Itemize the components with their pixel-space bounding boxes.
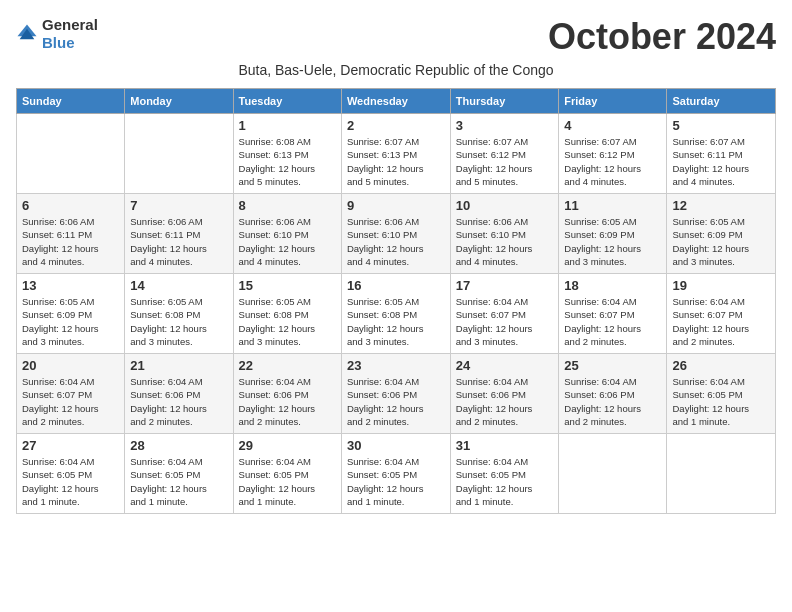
calendar-cell: 26Sunrise: 6:04 AM Sunset: 6:05 PM Dayli… — [667, 354, 776, 434]
logo-text: General Blue — [42, 16, 98, 52]
day-number: 9 — [347, 198, 445, 213]
calendar-cell: 17Sunrise: 6:04 AM Sunset: 6:07 PM Dayli… — [450, 274, 559, 354]
calendar-cell: 29Sunrise: 6:04 AM Sunset: 6:05 PM Dayli… — [233, 434, 341, 514]
calendar-cell: 15Sunrise: 6:05 AM Sunset: 6:08 PM Dayli… — [233, 274, 341, 354]
day-info: Sunrise: 6:05 AM Sunset: 6:09 PM Dayligh… — [564, 215, 661, 268]
day-number: 3 — [456, 118, 554, 133]
day-number: 7 — [130, 198, 227, 213]
day-number: 29 — [239, 438, 336, 453]
calendar-cell: 5Sunrise: 6:07 AM Sunset: 6:11 PM Daylig… — [667, 114, 776, 194]
calendar-week-row: 6Sunrise: 6:06 AM Sunset: 6:11 PM Daylig… — [17, 194, 776, 274]
calendar-header-row: SundayMondayTuesdayWednesdayThursdayFrid… — [17, 89, 776, 114]
day-number: 4 — [564, 118, 661, 133]
day-info: Sunrise: 6:04 AM Sunset: 6:07 PM Dayligh… — [22, 375, 119, 428]
calendar-cell — [125, 114, 233, 194]
day-number: 23 — [347, 358, 445, 373]
day-info: Sunrise: 6:07 AM Sunset: 6:12 PM Dayligh… — [564, 135, 661, 188]
day-header-saturday: Saturday — [667, 89, 776, 114]
day-info: Sunrise: 6:04 AM Sunset: 6:07 PM Dayligh… — [456, 295, 554, 348]
calendar-cell: 30Sunrise: 6:04 AM Sunset: 6:05 PM Dayli… — [341, 434, 450, 514]
calendar-cell: 27Sunrise: 6:04 AM Sunset: 6:05 PM Dayli… — [17, 434, 125, 514]
calendar-cell: 19Sunrise: 6:04 AM Sunset: 6:07 PM Dayli… — [667, 274, 776, 354]
day-info: Sunrise: 6:05 AM Sunset: 6:09 PM Dayligh… — [22, 295, 119, 348]
day-info: Sunrise: 6:04 AM Sunset: 6:06 PM Dayligh… — [239, 375, 336, 428]
day-header-wednesday: Wednesday — [341, 89, 450, 114]
header: General Blue October 2024 — [16, 16, 776, 58]
calendar-cell: 21Sunrise: 6:04 AM Sunset: 6:06 PM Dayli… — [125, 354, 233, 434]
calendar-cell: 11Sunrise: 6:05 AM Sunset: 6:09 PM Dayli… — [559, 194, 667, 274]
calendar-cell: 1Sunrise: 6:08 AM Sunset: 6:13 PM Daylig… — [233, 114, 341, 194]
day-info: Sunrise: 6:04 AM Sunset: 6:05 PM Dayligh… — [239, 455, 336, 508]
day-info: Sunrise: 6:04 AM Sunset: 6:07 PM Dayligh… — [564, 295, 661, 348]
day-info: Sunrise: 6:05 AM Sunset: 6:08 PM Dayligh… — [239, 295, 336, 348]
day-info: Sunrise: 6:04 AM Sunset: 6:06 PM Dayligh… — [564, 375, 661, 428]
day-info: Sunrise: 6:04 AM Sunset: 6:06 PM Dayligh… — [347, 375, 445, 428]
day-number: 22 — [239, 358, 336, 373]
day-info: Sunrise: 6:07 AM Sunset: 6:12 PM Dayligh… — [456, 135, 554, 188]
calendar-cell — [17, 114, 125, 194]
calendar-cell — [559, 434, 667, 514]
day-number: 25 — [564, 358, 661, 373]
calendar-cell: 4Sunrise: 6:07 AM Sunset: 6:12 PM Daylig… — [559, 114, 667, 194]
calendar-cell: 12Sunrise: 6:05 AM Sunset: 6:09 PM Dayli… — [667, 194, 776, 274]
day-info: Sunrise: 6:04 AM Sunset: 6:05 PM Dayligh… — [130, 455, 227, 508]
day-number: 6 — [22, 198, 119, 213]
calendar-cell: 31Sunrise: 6:04 AM Sunset: 6:05 PM Dayli… — [450, 434, 559, 514]
day-header-monday: Monday — [125, 89, 233, 114]
calendar-table: SundayMondayTuesdayWednesdayThursdayFrid… — [16, 88, 776, 514]
day-info: Sunrise: 6:04 AM Sunset: 6:05 PM Dayligh… — [456, 455, 554, 508]
calendar-cell: 22Sunrise: 6:04 AM Sunset: 6:06 PM Dayli… — [233, 354, 341, 434]
calendar-cell: 13Sunrise: 6:05 AM Sunset: 6:09 PM Dayli… — [17, 274, 125, 354]
day-info: Sunrise: 6:06 AM Sunset: 6:10 PM Dayligh… — [239, 215, 336, 268]
calendar-body: 1Sunrise: 6:08 AM Sunset: 6:13 PM Daylig… — [17, 114, 776, 514]
day-number: 2 — [347, 118, 445, 133]
day-number: 30 — [347, 438, 445, 453]
day-info: Sunrise: 6:04 AM Sunset: 6:05 PM Dayligh… — [672, 375, 770, 428]
calendar-cell: 8Sunrise: 6:06 AM Sunset: 6:10 PM Daylig… — [233, 194, 341, 274]
calendar-cell: 18Sunrise: 6:04 AM Sunset: 6:07 PM Dayli… — [559, 274, 667, 354]
day-info: Sunrise: 6:04 AM Sunset: 6:07 PM Dayligh… — [672, 295, 770, 348]
logo-blue: Blue — [42, 34, 75, 51]
day-info: Sunrise: 6:04 AM Sunset: 6:05 PM Dayligh… — [347, 455, 445, 508]
day-number: 12 — [672, 198, 770, 213]
day-info: Sunrise: 6:07 AM Sunset: 6:11 PM Dayligh… — [672, 135, 770, 188]
calendar-week-row: 13Sunrise: 6:05 AM Sunset: 6:09 PM Dayli… — [17, 274, 776, 354]
day-number: 10 — [456, 198, 554, 213]
calendar-cell: 24Sunrise: 6:04 AM Sunset: 6:06 PM Dayli… — [450, 354, 559, 434]
month-title: October 2024 — [548, 16, 776, 58]
logo: General Blue — [16, 16, 98, 52]
calendar-cell: 23Sunrise: 6:04 AM Sunset: 6:06 PM Dayli… — [341, 354, 450, 434]
day-header-tuesday: Tuesday — [233, 89, 341, 114]
day-info: Sunrise: 6:07 AM Sunset: 6:13 PM Dayligh… — [347, 135, 445, 188]
day-info: Sunrise: 6:04 AM Sunset: 6:06 PM Dayligh… — [456, 375, 554, 428]
day-number: 1 — [239, 118, 336, 133]
day-number: 5 — [672, 118, 770, 133]
day-info: Sunrise: 6:04 AM Sunset: 6:05 PM Dayligh… — [22, 455, 119, 508]
day-number: 19 — [672, 278, 770, 293]
day-info: Sunrise: 6:06 AM Sunset: 6:11 PM Dayligh… — [22, 215, 119, 268]
day-number: 17 — [456, 278, 554, 293]
day-number: 21 — [130, 358, 227, 373]
day-header-thursday: Thursday — [450, 89, 559, 114]
day-info: Sunrise: 6:05 AM Sunset: 6:08 PM Dayligh… — [130, 295, 227, 348]
day-number: 18 — [564, 278, 661, 293]
day-info: Sunrise: 6:05 AM Sunset: 6:09 PM Dayligh… — [672, 215, 770, 268]
day-number: 8 — [239, 198, 336, 213]
day-header-sunday: Sunday — [17, 89, 125, 114]
day-number: 11 — [564, 198, 661, 213]
calendar-cell: 9Sunrise: 6:06 AM Sunset: 6:10 PM Daylig… — [341, 194, 450, 274]
day-info: Sunrise: 6:06 AM Sunset: 6:11 PM Dayligh… — [130, 215, 227, 268]
day-number: 14 — [130, 278, 227, 293]
calendar-cell: 6Sunrise: 6:06 AM Sunset: 6:11 PM Daylig… — [17, 194, 125, 274]
day-number: 27 — [22, 438, 119, 453]
location-title: Buta, Bas-Uele, Democratic Republic of t… — [16, 62, 776, 78]
day-number: 31 — [456, 438, 554, 453]
calendar-cell: 20Sunrise: 6:04 AM Sunset: 6:07 PM Dayli… — [17, 354, 125, 434]
logo-general: General — [42, 16, 98, 33]
logo-icon — [16, 23, 38, 45]
day-info: Sunrise: 6:04 AM Sunset: 6:06 PM Dayligh… — [130, 375, 227, 428]
calendar-week-row: 20Sunrise: 6:04 AM Sunset: 6:07 PM Dayli… — [17, 354, 776, 434]
day-number: 16 — [347, 278, 445, 293]
day-number: 20 — [22, 358, 119, 373]
calendar-cell: 16Sunrise: 6:05 AM Sunset: 6:08 PM Dayli… — [341, 274, 450, 354]
